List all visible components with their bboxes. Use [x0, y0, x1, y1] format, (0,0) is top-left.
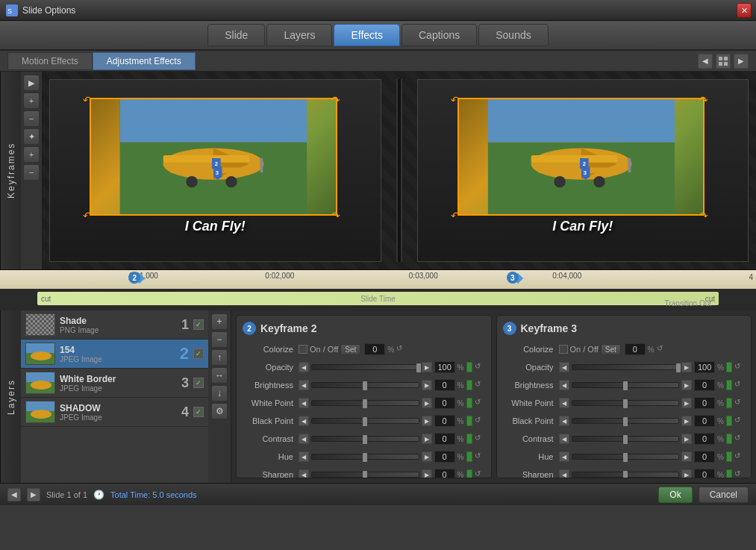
kf2-colorize-value[interactable] [364, 343, 385, 355]
kf2-sharpen-right[interactable]: ▶ [422, 469, 432, 478]
kf2-whitepoint-value[interactable] [434, 397, 455, 409]
tab-captions[interactable]: Captions [402, 24, 477, 46]
kf2-colorize-reset[interactable]: ↺ [396, 344, 407, 354]
kf3-contrast-slider[interactable] [572, 436, 680, 442]
kf3-brightness-value[interactable] [694, 379, 715, 391]
kf3-opacity-reset[interactable]: ↺ [734, 362, 745, 372]
kf2-set-button[interactable]: Set [340, 344, 360, 355]
kf3-opacity-slider[interactable] [572, 364, 680, 370]
kf3-whitepoint-right[interactable]: ▶ [681, 398, 692, 408]
layer-item-154[interactable]: 154 JPEG Image 2 ✓ [21, 340, 208, 369]
remove-button[interactable]: − [23, 110, 40, 127]
kf2-opacity-right[interactable]: ▶ [422, 362, 432, 372]
prev-slide-button[interactable]: ◀ [7, 488, 21, 501]
kf3-brightness-reset[interactable]: ↺ [734, 380, 745, 390]
layer-add-button[interactable]: + [211, 313, 228, 330]
kf2-contrast-slider[interactable] [311, 436, 419, 442]
kf2-opacity-value[interactable] [434, 361, 455, 373]
kf2-brightness-right[interactable]: ▶ [422, 380, 432, 390]
kf3-colorize-reset[interactable]: ↺ [657, 344, 667, 354]
kf2-contrast-right[interactable]: ▶ [422, 434, 432, 444]
zoom-out-button[interactable]: − [23, 164, 40, 181]
layer-settings-button[interactable]: ⚙ [211, 403, 228, 419]
layer-check-shadow[interactable]: ✓ [193, 407, 204, 417]
kf3-brightness-left[interactable]: ◀ [559, 380, 569, 390]
kf3-sharpen-slider[interactable] [572, 472, 680, 478]
kf2-opacity-slider[interactable] [311, 364, 419, 370]
kf3-hue-left[interactable]: ◀ [559, 451, 569, 462]
layer-swap-button[interactable]: ↔ [211, 367, 228, 384]
kf2-brightness-left[interactable]: ◀ [299, 380, 309, 390]
kf2-blackpoint-reset[interactable]: ↺ [475, 416, 485, 426]
tab-layers[interactable]: Layers [266, 24, 332, 46]
kf3-whitepoint-left[interactable]: ◀ [559, 398, 569, 408]
layer-down-button[interactable]: ↓ [211, 385, 228, 401]
kf2-whitepoint-slider[interactable] [311, 400, 419, 406]
kf3-hue-slider[interactable] [572, 454, 680, 460]
kf2-whitepoint-reset[interactable]: ↺ [475, 398, 485, 408]
kf2-contrast-left[interactable]: ◀ [299, 434, 309, 444]
kf2-brightness-value[interactable] [434, 379, 455, 391]
kf2-whitepoint-right[interactable]: ▶ [422, 398, 432, 408]
nav-grid-button[interactable] [716, 54, 731, 69]
kf2-brightness-slider[interactable] [311, 382, 419, 388]
kf3-contrast-left[interactable]: ◀ [559, 434, 569, 444]
kf3-contrast-reset[interactable]: ↺ [734, 434, 745, 444]
layer-up-button[interactable]: ↑ [211, 349, 228, 366]
layer-check-154[interactable]: ✓ [193, 349, 204, 359]
tab-sounds[interactable]: Sounds [478, 24, 548, 46]
kf2-blackpoint-left[interactable]: ◀ [299, 416, 309, 426]
kf2-contrast-value[interactable] [434, 433, 455, 445]
kf2-sharpen-left[interactable]: ◀ [299, 469, 309, 478]
kf2-opacity-left[interactable]: ◀ [299, 362, 309, 372]
kf3-sharpen-value[interactable] [694, 469, 715, 478]
kf3-hue-right[interactable]: ▶ [681, 451, 692, 462]
layer-check-shade[interactable]: ✓ [193, 319, 204, 330]
kf3-whitepoint-slider[interactable] [572, 400, 680, 406]
kf2-hue-right[interactable]: ▶ [422, 451, 432, 462]
sub-tab-adjustment[interactable]: Adjustment Effects [93, 52, 196, 70]
add-button[interactable]: + [23, 93, 40, 109]
layer-check-white-border[interactable]: ✓ [193, 378, 204, 388]
star-button[interactable]: ✦ [23, 128, 40, 145]
kf3-blackpoint-right[interactable]: ▶ [681, 416, 692, 426]
kf3-sharpen-right[interactable]: ▶ [681, 469, 692, 478]
nav-prev-button[interactable]: ◀ [698, 54, 713, 69]
kf2-contrast-reset[interactable]: ↺ [475, 434, 485, 444]
layer-remove-button[interactable]: − [211, 331, 228, 348]
kf2-hue-slider[interactable] [311, 454, 419, 460]
kf2-sharpen-value[interactable] [434, 469, 455, 478]
kf3-whitepoint-value[interactable] [694, 397, 715, 409]
kf2-brightness-reset[interactable]: ↺ [475, 380, 485, 390]
tab-slide[interactable]: Slide [207, 24, 265, 46]
kf3-hue-reset[interactable]: ↺ [734, 451, 745, 462]
ok-button[interactable]: Ok [658, 487, 692, 503]
kf3-blackpoint-left[interactable]: ◀ [559, 416, 569, 426]
kf2-hue-left[interactable]: ◀ [299, 451, 309, 462]
kf3-whitepoint-reset[interactable]: ↺ [734, 398, 745, 408]
next-slide-button[interactable]: ▶ [27, 488, 40, 501]
kf2-opacity-reset[interactable]: ↺ [475, 362, 485, 372]
kf2-blackpoint-right[interactable]: ▶ [422, 416, 432, 426]
timeline-ruler[interactable]: 0:01,000 0:02,000 0:03,000 0:04,000 2 3 … [0, 270, 756, 289]
nav-next-button[interactable]: ▶ [734, 54, 749, 69]
kf2-hue-reset[interactable]: ↺ [475, 451, 485, 462]
kf2-blackpoint-value[interactable] [434, 415, 455, 427]
kf3-sharpen-left[interactable]: ◀ [559, 469, 569, 478]
sub-tab-motion[interactable]: Motion Effects [7, 52, 93, 70]
kf3-blackpoint-slider[interactable] [572, 418, 680, 424]
tab-effects[interactable]: Effects [334, 24, 400, 46]
kf2-hue-value[interactable] [434, 451, 455, 463]
kf3-hue-value[interactable] [694, 451, 715, 463]
kf2-sharpen-slider[interactable] [311, 472, 419, 478]
zoom-in-button[interactable]: + [23, 146, 40, 163]
kf3-opacity-left[interactable]: ◀ [559, 362, 569, 372]
play-button[interactable]: ▶ [23, 75, 40, 91]
kf3-brightness-slider[interactable] [572, 382, 680, 388]
cancel-button[interactable]: Cancel [699, 487, 749, 503]
layer-item-white-border[interactable]: White Border JPEG Image 3 ✓ [21, 369, 208, 398]
kf2-whitepoint-left[interactable]: ◀ [299, 398, 309, 408]
kf3-contrast-value[interactable] [694, 433, 715, 445]
kf2-sharpen-reset[interactable]: ↺ [475, 469, 485, 478]
timeline-bar[interactable]: cut Slide Time cut [37, 292, 719, 305]
